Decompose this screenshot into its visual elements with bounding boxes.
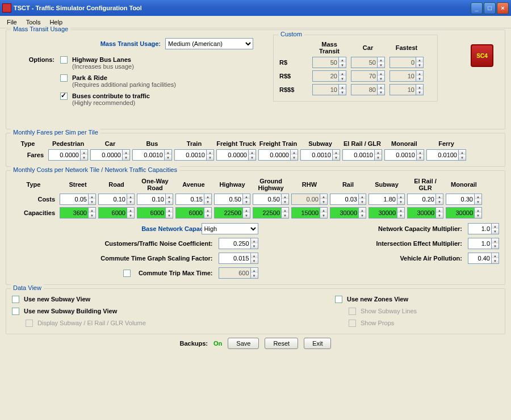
cost-col-hdr: Street	[60, 181, 96, 188]
spinner[interactable]: ▲▼	[98, 207, 135, 219]
cost-col-hdr: Ground Highway	[253, 178, 289, 191]
spinner[interactable]: ▲▼	[137, 194, 173, 205]
spinner[interactable]: ▲▼	[132, 149, 172, 161]
fare-col-hdr: Freight Truck	[216, 140, 256, 147]
ncm-spinner[interactable]: ▲▼	[468, 223, 499, 234]
opt3-label: Buses contribute to traffic	[72, 93, 150, 99]
bnc-label: Base Network Capacity:	[12, 225, 215, 232]
ctm-spinner[interactable]: ▲▼	[219, 267, 258, 279]
subway-view-checkbox[interactable]	[12, 296, 19, 303]
spinner[interactable]: ▲▼	[342, 149, 382, 161]
custom-hdr-mass-transit: Mass Transit	[312, 41, 346, 54]
spinner[interactable]: ▲▼	[216, 149, 256, 161]
ctn-spinner[interactable]: ▲▼	[219, 238, 258, 249]
ctg-spinner[interactable]: ▲▼	[219, 253, 258, 264]
spinner[interactable]: ▲▼	[446, 207, 482, 219]
custom-r1-fastest[interactable]: ▲▼	[389, 57, 424, 68]
fares-group: Monthly Fares per Sim per Tile TypePedes…	[6, 133, 505, 167]
type-hdr: Type	[12, 181, 57, 188]
save-button[interactable]: Save	[228, 338, 259, 349]
custom-r2-car[interactable]: ▲▼	[351, 70, 385, 82]
custom-r3-car[interactable]: ▲▼	[351, 84, 385, 95]
fare-col-hdr: Train	[174, 140, 214, 147]
custom-r2-fastest[interactable]: ▲▼	[389, 70, 424, 82]
subway-building-view-checkbox[interactable]	[12, 308, 19, 315]
options-label: Options:	[12, 56, 60, 107]
menubar: File Tools Help	[0, 16, 511, 28]
spinner[interactable]: ▲▼	[214, 207, 250, 219]
spinner[interactable]: ▲▼	[175, 207, 212, 219]
spinner[interactable]: ▲▼	[253, 207, 289, 219]
spinner[interactable]: ▲▼	[384, 149, 424, 161]
spinner[interactable]: ▲▼	[426, 149, 466, 161]
mtu-label: Mass Transit Usage:	[12, 40, 165, 47]
custom-r2-mt[interactable]: ▲▼	[312, 70, 346, 82]
spinner[interactable]: ▲▼	[98, 194, 135, 205]
spinner[interactable]: ▲▼	[330, 207, 366, 219]
spinner[interactable]: ▲▼	[137, 207, 173, 219]
ctm-label: Commute Trip Max Time:	[139, 270, 213, 276]
vap-label: Vehicle Air Pollution:	[262, 255, 465, 262]
custom-title: Custom	[278, 31, 304, 37]
bnc-select[interactable]: High	[202, 223, 258, 234]
close-button[interactable]: ×	[497, 2, 509, 14]
fare-col-hdr: El Rail / GLR	[342, 140, 382, 147]
mtu-select[interactable]: Medium (American)	[165, 38, 253, 49]
iem-spinner[interactable]: ▲▼	[468, 238, 499, 249]
subway-lines-checkbox	[349, 308, 356, 315]
display-volume-checkbox	[26, 320, 33, 327]
spinner[interactable]: ▲▼	[258, 149, 298, 161]
ctn-label: Customers/Traffic Noise Coefficient:	[12, 240, 215, 247]
spinner[interactable]: ▲▼	[407, 194, 443, 205]
cost-col-hdr: Road	[98, 181, 135, 188]
spinner[interactable]: ▲▼	[368, 207, 405, 219]
fares-title: Monthly Fares per Sim per Tile	[11, 129, 100, 136]
button-row: Backups: On Save Reset Exit	[6, 338, 505, 349]
cost-col-hdr: RHW	[291, 181, 328, 188]
spinner[interactable]: ▲▼	[300, 149, 340, 161]
spinner[interactable]: ▲▼	[291, 194, 328, 205]
park-ride-checkbox[interactable]	[60, 74, 68, 82]
highway-bus-lanes-checkbox[interactable]	[60, 56, 68, 64]
fare-col-hdr: Pedestrian	[48, 140, 88, 147]
vap-spinner[interactable]: ▲▼	[468, 253, 499, 264]
type-hdr: Type	[12, 140, 46, 147]
spinner[interactable]: ▲▼	[90, 149, 130, 161]
spinner[interactable]: ▲▼	[60, 194, 96, 205]
spinner[interactable]: ▲▼	[174, 149, 214, 161]
spinner[interactable]: ▲▼	[368, 194, 405, 205]
spinner[interactable]: ▲▼	[253, 194, 289, 205]
fares-row-label: Fares	[12, 152, 46, 158]
custom-r3-fastest[interactable]: ▲▼	[389, 84, 424, 95]
spinner[interactable]: ▲▼	[60, 207, 96, 219]
spinner[interactable]: ▲▼	[48, 149, 88, 161]
cost-col-hdr: Subway	[368, 181, 405, 188]
fare-col-hdr: Monorail	[384, 140, 424, 147]
minimize-button[interactable]: _	[471, 2, 483, 14]
spinner[interactable]: ▲▼	[214, 194, 250, 205]
custom-hdr-car: Car	[351, 44, 385, 51]
spinner[interactable]: ▲▼	[446, 194, 482, 205]
opt2-label: Park & Ride	[72, 74, 107, 81]
reset-button[interactable]: Reset	[265, 338, 298, 349]
custom-r1-mt[interactable]: ▲▼	[312, 57, 346, 68]
display-volume-label: Display Subway / El Rail / GLR Volume	[37, 320, 146, 326]
group-title: Mass Transit Usage	[11, 26, 70, 32]
spinner[interactable]: ▲▼	[291, 207, 328, 219]
titlebar: TSCT - Traffic Simulator Configuration T…	[0, 0, 511, 16]
ctm-checkbox[interactable]	[123, 270, 131, 277]
mass-transit-usage-group: Mass Transit Usage Mass Transit Usage: M…	[6, 30, 505, 129]
spinner[interactable]: ▲▼	[330, 194, 366, 205]
custom-r1-car[interactable]: ▲▼	[351, 57, 385, 68]
fare-col-hdr: Subway	[300, 140, 340, 147]
maximize-button[interactable]: □	[484, 2, 496, 14]
spinner[interactable]: ▲▼	[407, 207, 443, 219]
zones-view-checkbox[interactable]	[335, 296, 342, 303]
custom-r3-mt[interactable]: ▲▼	[312, 84, 346, 95]
exit-button[interactable]: Exit	[304, 338, 331, 349]
backups-label: Backups:	[180, 340, 208, 347]
buses-traffic-checkbox[interactable]	[60, 93, 68, 100]
backups-state: On	[213, 340, 222, 347]
fare-col-hdr: Car	[90, 140, 130, 147]
spinner[interactable]: ▲▼	[175, 194, 212, 205]
